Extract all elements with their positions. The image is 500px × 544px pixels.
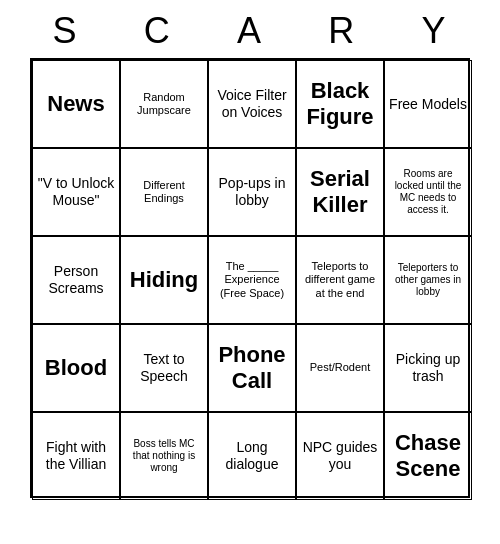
cell-3-4[interactable]: Picking up trash (384, 324, 472, 412)
cell-2-4[interactable]: Teleporters to other games in lobby (384, 236, 472, 324)
cell-1-0[interactable]: "V to Unlock Mouse" (32, 148, 120, 236)
bingo-grid: News Random Jumpscare Voice Filter on Vo… (30, 58, 470, 498)
cell-4-2[interactable]: Long dialogue (208, 412, 296, 500)
cell-3-2[interactable]: Phone Call (208, 324, 296, 412)
cell-2-1[interactable]: Hiding (120, 236, 208, 324)
letter-s: S (53, 10, 79, 52)
cell-1-3[interactable]: Serial Killer (296, 148, 384, 236)
cell-4-3[interactable]: NPC guides you (296, 412, 384, 500)
cell-0-2[interactable]: Voice Filter on Voices (208, 60, 296, 148)
cell-4-1[interactable]: Boss tells MC that nothing is wrong (120, 412, 208, 500)
cell-3-1[interactable]: Text to Speech (120, 324, 208, 412)
cell-3-3[interactable]: Pest/Rodent (296, 324, 384, 412)
cell-2-3[interactable]: Teleports to different game at the end (296, 236, 384, 324)
cell-0-3[interactable]: Black Figure (296, 60, 384, 148)
cell-2-2[interactable]: The _____ Experience (Free Space) (208, 236, 296, 324)
letter-r: R (328, 10, 356, 52)
cell-1-1[interactable]: Different Endings (120, 148, 208, 236)
cell-2-0[interactable]: Person Screams (32, 236, 120, 324)
cell-4-4[interactable]: Chase Scene (384, 412, 472, 500)
cell-0-0[interactable]: News (32, 60, 120, 148)
cell-0-1[interactable]: Random Jumpscare (120, 60, 208, 148)
cell-1-4[interactable]: Rooms are locked until the MC needs to a… (384, 148, 472, 236)
cell-3-0[interactable]: Blood (32, 324, 120, 412)
cell-4-0[interactable]: Fight with the Villian (32, 412, 120, 500)
cell-1-2[interactable]: Pop-ups in lobby (208, 148, 296, 236)
letter-c: C (144, 10, 172, 52)
cell-0-4[interactable]: Free Models (384, 60, 472, 148)
title-row: S C A R Y (20, 0, 480, 58)
letter-y: Y (421, 10, 447, 52)
letter-a: A (237, 10, 263, 52)
